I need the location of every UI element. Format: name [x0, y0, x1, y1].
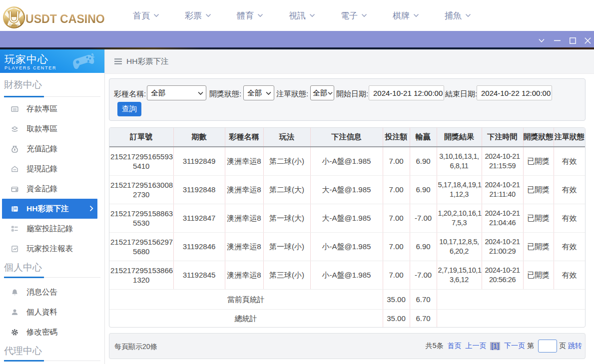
svg-text:Casino: Casino — [9, 23, 19, 26]
